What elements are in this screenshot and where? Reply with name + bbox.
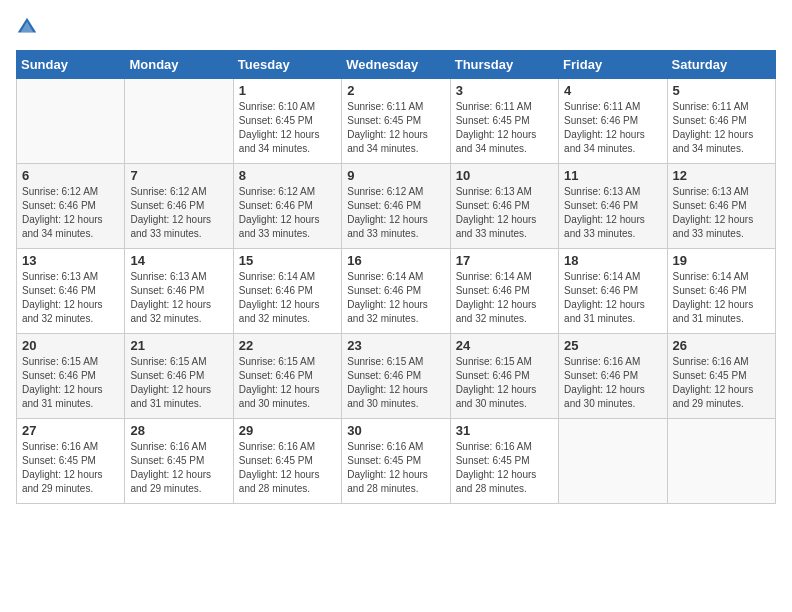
day-number: 5 <box>673 83 770 98</box>
week-row-1: 1Sunrise: 6:10 AMSunset: 6:45 PMDaylight… <box>17 79 776 164</box>
day-number: 19 <box>673 253 770 268</box>
day-info: Sunrise: 6:12 AMSunset: 6:46 PMDaylight:… <box>22 185 119 241</box>
calendar-cell: 22Sunrise: 6:15 AMSunset: 6:46 PMDayligh… <box>233 334 341 419</box>
day-number: 6 <box>22 168 119 183</box>
calendar-cell: 4Sunrise: 6:11 AMSunset: 6:46 PMDaylight… <box>559 79 667 164</box>
logo <box>16 16 42 38</box>
page-header <box>16 16 776 38</box>
calendar-cell: 14Sunrise: 6:13 AMSunset: 6:46 PMDayligh… <box>125 249 233 334</box>
day-info: Sunrise: 6:12 AMSunset: 6:46 PMDaylight:… <box>130 185 227 241</box>
day-info: Sunrise: 6:14 AMSunset: 6:46 PMDaylight:… <box>239 270 336 326</box>
day-number: 29 <box>239 423 336 438</box>
day-number: 26 <box>673 338 770 353</box>
day-number: 16 <box>347 253 444 268</box>
day-number: 24 <box>456 338 553 353</box>
day-info: Sunrise: 6:13 AMSunset: 6:46 PMDaylight:… <box>130 270 227 326</box>
week-row-5: 27Sunrise: 6:16 AMSunset: 6:45 PMDayligh… <box>17 419 776 504</box>
calendar-cell: 31Sunrise: 6:16 AMSunset: 6:45 PMDayligh… <box>450 419 558 504</box>
calendar-table: SundayMondayTuesdayWednesdayThursdayFrid… <box>16 50 776 504</box>
day-info: Sunrise: 6:13 AMSunset: 6:46 PMDaylight:… <box>673 185 770 241</box>
day-info: Sunrise: 6:15 AMSunset: 6:46 PMDaylight:… <box>456 355 553 411</box>
day-number: 25 <box>564 338 661 353</box>
calendar-cell: 24Sunrise: 6:15 AMSunset: 6:46 PMDayligh… <box>450 334 558 419</box>
calendar-cell <box>559 419 667 504</box>
day-info: Sunrise: 6:14 AMSunset: 6:46 PMDaylight:… <box>456 270 553 326</box>
day-info: Sunrise: 6:15 AMSunset: 6:46 PMDaylight:… <box>239 355 336 411</box>
day-info: Sunrise: 6:16 AMSunset: 6:45 PMDaylight:… <box>130 440 227 496</box>
calendar-cell: 18Sunrise: 6:14 AMSunset: 6:46 PMDayligh… <box>559 249 667 334</box>
day-number: 18 <box>564 253 661 268</box>
header-tuesday: Tuesday <box>233 51 341 79</box>
calendar-cell: 12Sunrise: 6:13 AMSunset: 6:46 PMDayligh… <box>667 164 775 249</box>
day-info: Sunrise: 6:16 AMSunset: 6:45 PMDaylight:… <box>347 440 444 496</box>
day-info: Sunrise: 6:13 AMSunset: 6:46 PMDaylight:… <box>456 185 553 241</box>
day-info: Sunrise: 6:14 AMSunset: 6:46 PMDaylight:… <box>347 270 444 326</box>
calendar-cell: 29Sunrise: 6:16 AMSunset: 6:45 PMDayligh… <box>233 419 341 504</box>
day-number: 23 <box>347 338 444 353</box>
day-info: Sunrise: 6:15 AMSunset: 6:46 PMDaylight:… <box>130 355 227 411</box>
day-info: Sunrise: 6:16 AMSunset: 6:45 PMDaylight:… <box>456 440 553 496</box>
calendar-cell: 6Sunrise: 6:12 AMSunset: 6:46 PMDaylight… <box>17 164 125 249</box>
calendar-cell: 17Sunrise: 6:14 AMSunset: 6:46 PMDayligh… <box>450 249 558 334</box>
calendar-cell: 23Sunrise: 6:15 AMSunset: 6:46 PMDayligh… <box>342 334 450 419</box>
calendar-cell: 16Sunrise: 6:14 AMSunset: 6:46 PMDayligh… <box>342 249 450 334</box>
day-number: 14 <box>130 253 227 268</box>
header-row: SundayMondayTuesdayWednesdayThursdayFrid… <box>17 51 776 79</box>
calendar-cell: 27Sunrise: 6:16 AMSunset: 6:45 PMDayligh… <box>17 419 125 504</box>
day-info: Sunrise: 6:11 AMSunset: 6:45 PMDaylight:… <box>347 100 444 156</box>
day-number: 7 <box>130 168 227 183</box>
calendar-cell: 19Sunrise: 6:14 AMSunset: 6:46 PMDayligh… <box>667 249 775 334</box>
day-number: 20 <box>22 338 119 353</box>
day-info: Sunrise: 6:11 AMSunset: 6:45 PMDaylight:… <box>456 100 553 156</box>
week-row-4: 20Sunrise: 6:15 AMSunset: 6:46 PMDayligh… <box>17 334 776 419</box>
day-info: Sunrise: 6:12 AMSunset: 6:46 PMDaylight:… <box>347 185 444 241</box>
day-number: 22 <box>239 338 336 353</box>
day-number: 4 <box>564 83 661 98</box>
calendar-cell: 5Sunrise: 6:11 AMSunset: 6:46 PMDaylight… <box>667 79 775 164</box>
day-number: 9 <box>347 168 444 183</box>
day-number: 2 <box>347 83 444 98</box>
calendar-cell: 11Sunrise: 6:13 AMSunset: 6:46 PMDayligh… <box>559 164 667 249</box>
calendar-cell: 28Sunrise: 6:16 AMSunset: 6:45 PMDayligh… <box>125 419 233 504</box>
calendar-cell: 9Sunrise: 6:12 AMSunset: 6:46 PMDaylight… <box>342 164 450 249</box>
day-number: 15 <box>239 253 336 268</box>
header-sunday: Sunday <box>17 51 125 79</box>
day-number: 8 <box>239 168 336 183</box>
calendar-cell: 21Sunrise: 6:15 AMSunset: 6:46 PMDayligh… <box>125 334 233 419</box>
calendar-cell: 1Sunrise: 6:10 AMSunset: 6:45 PMDaylight… <box>233 79 341 164</box>
calendar-cell: 30Sunrise: 6:16 AMSunset: 6:45 PMDayligh… <box>342 419 450 504</box>
header-wednesday: Wednesday <box>342 51 450 79</box>
day-info: Sunrise: 6:13 AMSunset: 6:46 PMDaylight:… <box>564 185 661 241</box>
calendar-cell: 3Sunrise: 6:11 AMSunset: 6:45 PMDaylight… <box>450 79 558 164</box>
day-info: Sunrise: 6:16 AMSunset: 6:45 PMDaylight:… <box>239 440 336 496</box>
day-info: Sunrise: 6:10 AMSunset: 6:45 PMDaylight:… <box>239 100 336 156</box>
day-number: 31 <box>456 423 553 438</box>
day-info: Sunrise: 6:11 AMSunset: 6:46 PMDaylight:… <box>673 100 770 156</box>
day-info: Sunrise: 6:14 AMSunset: 6:46 PMDaylight:… <box>673 270 770 326</box>
day-info: Sunrise: 6:16 AMSunset: 6:45 PMDaylight:… <box>673 355 770 411</box>
day-info: Sunrise: 6:16 AMSunset: 6:45 PMDaylight:… <box>22 440 119 496</box>
day-number: 28 <box>130 423 227 438</box>
day-number: 11 <box>564 168 661 183</box>
calendar-cell: 10Sunrise: 6:13 AMSunset: 6:46 PMDayligh… <box>450 164 558 249</box>
calendar-cell: 7Sunrise: 6:12 AMSunset: 6:46 PMDaylight… <box>125 164 233 249</box>
calendar-cell <box>125 79 233 164</box>
day-number: 30 <box>347 423 444 438</box>
day-number: 13 <box>22 253 119 268</box>
calendar-cell: 8Sunrise: 6:12 AMSunset: 6:46 PMDaylight… <box>233 164 341 249</box>
week-row-3: 13Sunrise: 6:13 AMSunset: 6:46 PMDayligh… <box>17 249 776 334</box>
calendar-cell <box>17 79 125 164</box>
day-info: Sunrise: 6:15 AMSunset: 6:46 PMDaylight:… <box>22 355 119 411</box>
day-info: Sunrise: 6:16 AMSunset: 6:46 PMDaylight:… <box>564 355 661 411</box>
calendar-cell: 15Sunrise: 6:14 AMSunset: 6:46 PMDayligh… <box>233 249 341 334</box>
calendar-cell: 13Sunrise: 6:13 AMSunset: 6:46 PMDayligh… <box>17 249 125 334</box>
day-number: 12 <box>673 168 770 183</box>
day-info: Sunrise: 6:11 AMSunset: 6:46 PMDaylight:… <box>564 100 661 156</box>
header-friday: Friday <box>559 51 667 79</box>
day-info: Sunrise: 6:15 AMSunset: 6:46 PMDaylight:… <box>347 355 444 411</box>
calendar-cell: 20Sunrise: 6:15 AMSunset: 6:46 PMDayligh… <box>17 334 125 419</box>
logo-icon <box>16 16 38 38</box>
header-thursday: Thursday <box>450 51 558 79</box>
day-number: 10 <box>456 168 553 183</box>
day-number: 21 <box>130 338 227 353</box>
